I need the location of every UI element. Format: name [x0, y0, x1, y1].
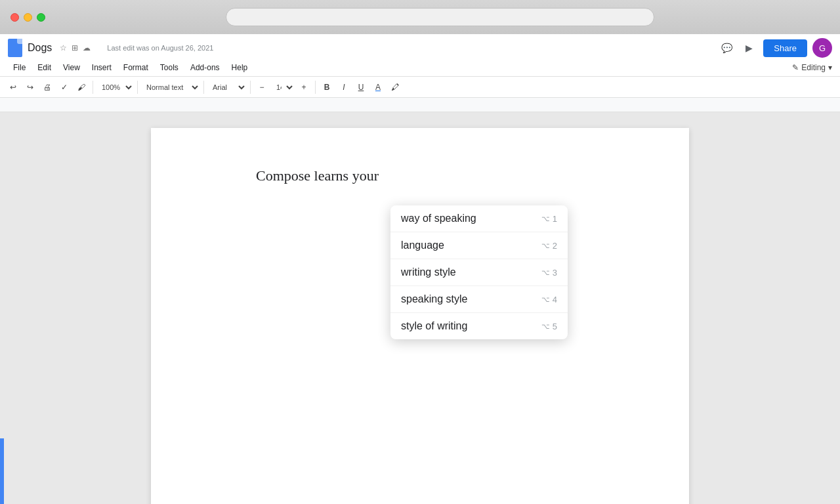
- zoom-select[interactable]: 100%: [96, 80, 134, 94]
- star-icon[interactable]: ☆: [58, 43, 68, 52]
- autocomplete-shortcut-2: ⌥ 2: [541, 241, 557, 251]
- underline-button[interactable]: U: [353, 79, 369, 95]
- docs-app-icon: [8, 39, 22, 57]
- editing-chevron[interactable]: ▾: [828, 63, 832, 72]
- present-icon[interactable]: ▶: [740, 39, 758, 57]
- title-bar: [0, 0, 840, 34]
- style-select[interactable]: Normal text: [141, 80, 200, 94]
- text-color-button[interactable]: A: [370, 79, 386, 95]
- option-icon-5: ⌥: [541, 322, 550, 331]
- address-bar[interactable]: [226, 8, 654, 26]
- menu-addons[interactable]: Add-ons: [185, 61, 225, 74]
- document-title[interactable]: Dogs: [28, 42, 52, 54]
- font-size-select[interactable]: 14: [271, 80, 295, 94]
- autocomplete-number-3: 3: [553, 268, 557, 278]
- toolbar-sep-2: [137, 81, 138, 94]
- font-size-decrease[interactable]: −: [254, 79, 270, 95]
- toolbar-sep-3: [203, 81, 204, 94]
- menu-help[interactable]: Help: [226, 61, 253, 74]
- autocomplete-text-2: language: [401, 240, 541, 251]
- font-select[interactable]: Arial: [207, 80, 247, 94]
- comments-icon[interactable]: 💬: [717, 39, 736, 57]
- autocomplete-shortcut-4: ⌥ 4: [541, 295, 557, 304]
- traffic-lights: [10, 13, 45, 22]
- folder-icon[interactable]: ⊞: [70, 43, 79, 52]
- autocomplete-item-4[interactable]: speaking style ⌥ 4: [390, 286, 568, 313]
- bold-button[interactable]: B: [319, 79, 335, 95]
- docs-chrome: Dogs ☆ ⊞ ☁ Last edit was on August 26, 2…: [0, 34, 840, 98]
- minimize-button[interactable]: [24, 13, 32, 22]
- editing-text: Editing: [801, 63, 826, 72]
- autocomplete-shortcut-1: ⌥ 1: [541, 214, 557, 224]
- editing-icon: ✎: [792, 63, 799, 72]
- autocomplete-item-5[interactable]: style of writing ⌥ 5: [390, 313, 568, 339]
- content-area: Compose learns your way of speaking ⌥ 1 …: [0, 112, 840, 504]
- autocomplete-number-2: 2: [553, 241, 557, 251]
- toolbar-sep-1: [93, 81, 93, 94]
- menu-insert[interactable]: Insert: [87, 61, 117, 74]
- font-size-increase[interactable]: +: [296, 79, 312, 95]
- option-icon-3: ⌥: [541, 268, 550, 277]
- redo-button[interactable]: ↪: [22, 79, 38, 95]
- autocomplete-item-2[interactable]: language ⌥ 2: [390, 232, 568, 259]
- address-bar-container: [51, 8, 830, 26]
- print-button[interactable]: 🖨: [39, 79, 55, 95]
- document-page[interactable]: Compose learns your way of speaking ⌥ 1 …: [151, 128, 689, 504]
- autocomplete-item-3[interactable]: writing style ⌥ 3: [390, 259, 568, 286]
- menu-view[interactable]: View: [58, 61, 85, 74]
- option-icon-1: ⌥: [541, 215, 550, 223]
- menu-bar: File Edit View Insert Format Tools Add-o…: [0, 59, 840, 76]
- left-sidebar-accent: [0, 438, 4, 504]
- menu-edit[interactable]: Edit: [32, 61, 56, 74]
- menu-format[interactable]: Format: [118, 61, 154, 74]
- user-avatar: G: [812, 38, 832, 58]
- close-button[interactable]: [10, 13, 19, 22]
- title-icons: ☆ ⊞ ☁: [58, 43, 91, 52]
- menu-file[interactable]: File: [8, 61, 31, 74]
- maximize-button[interactable]: [37, 13, 45, 22]
- paint-format-button[interactable]: 🖌: [74, 79, 89, 95]
- autocomplete-shortcut-5: ⌥ 5: [541, 322, 557, 331]
- cloud-icon[interactable]: ☁: [82, 43, 91, 52]
- autocomplete-item-1[interactable]: way of speaking ⌥ 1: [390, 205, 568, 232]
- autocomplete-text-3: writing style: [401, 266, 541, 278]
- autocomplete-number-4: 4: [553, 295, 557, 304]
- highlight-button[interactable]: 🖍: [387, 79, 403, 95]
- option-icon-2: ⌥: [541, 242, 550, 250]
- document-text: Compose learns your: [256, 167, 637, 184]
- menu-tools[interactable]: Tools: [155, 61, 184, 74]
- share-area: 💬 ▶ Share G: [717, 38, 832, 58]
- option-icon-4: ⌥: [541, 295, 550, 304]
- autocomplete-shortcut-3: ⌥ 3: [541, 268, 557, 278]
- autocomplete-number-5: 5: [553, 322, 557, 331]
- autocomplete-text-5: style of writing: [401, 320, 541, 332]
- editing-label: ✎ Editing ▾: [792, 63, 832, 72]
- autocomplete-number-1: 1: [553, 214, 557, 224]
- toolbar-row: ↩ ↪ 🖨 ✓ 🖌 100% Normal text Arial − 14 + …: [0, 76, 840, 97]
- toolbar-sep-4: [250, 81, 251, 94]
- ruler: [0, 98, 840, 112]
- italic-button[interactable]: I: [336, 79, 352, 95]
- right-icons: 💬 ▶: [717, 39, 758, 57]
- autocomplete-text-4: speaking style: [401, 293, 541, 305]
- spellcheck-button[interactable]: ✓: [56, 79, 72, 95]
- docs-title-row: Dogs ☆ ⊞ ☁ Last edit was on August 26, 2…: [0, 34, 840, 59]
- autocomplete-dropdown: way of speaking ⌥ 1 language ⌥ 2 writing…: [390, 205, 568, 339]
- share-button[interactable]: Share: [763, 39, 807, 57]
- autocomplete-text-1: way of speaking: [401, 213, 541, 224]
- undo-button[interactable]: ↩: [5, 79, 21, 95]
- save-info: Last edit was on August 26, 2021: [107, 44, 213, 52]
- toolbar-sep-5: [315, 81, 316, 94]
